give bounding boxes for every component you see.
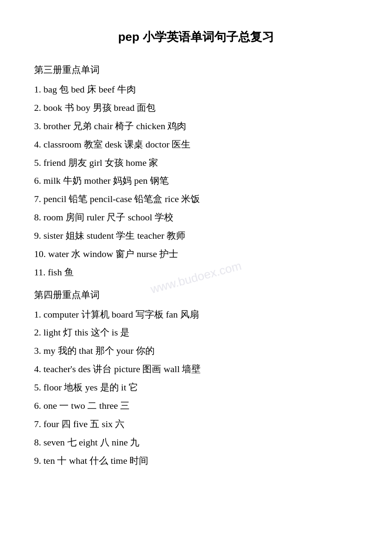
vocab-item-s2-9: 9. ten 十 what 什么 time 时间: [34, 452, 358, 470]
vocab-item-s2-3: 3. my 我的 that 那个 your 你的: [34, 342, 358, 360]
section-heading-2: 第四册重点单词: [34, 286, 358, 304]
page-title: pep 小学英语单词句子总复习: [34, 26, 358, 48]
vocab-item-s2-7: 7. four 四 five 五 six 六: [34, 415, 358, 434]
vocab-item-s1-4: 4. classroom 教室 desk 课桌 doctor 医生: [34, 136, 358, 154]
vocab-item-s1-10: 10. water 水 window 窗户 nurse 护士: [34, 245, 358, 263]
vocab-item-s2-4: 4. teacher's des 讲台 picture 图画 wall 墙壁: [34, 360, 358, 379]
vocab-item-s1-5: 5. friend 朋友 girl 女孩 home 家: [34, 154, 358, 172]
vocab-item-s1-3: 3. brother 兄弟 chair 椅子 chicken 鸡肉: [34, 117, 358, 136]
vocab-item-s2-8: 8. seven 七 eight 八 nine 九: [34, 434, 358, 452]
section-heading-1: 第三册重点单词: [34, 61, 358, 79]
vocab-item-s1-8: 8. room 房间 ruler 尺子 school 学校: [34, 208, 358, 227]
content-container: 第三册重点单词1. bag 包 bed 床 beef 牛肉2. book 书 b…: [34, 61, 358, 470]
vocab-item-s1-9: 9. sister 姐妹 student 学生 teacher 教师: [34, 227, 358, 245]
vocab-item-s1-6: 6. milk 牛奶 mother 妈妈 pen 钢笔: [34, 172, 358, 190]
vocab-item-s2-2: 2. light 灯 this 这个 is 是: [34, 324, 358, 342]
vocab-item-s2-6: 6. one 一 two 二 three 三: [34, 397, 358, 415]
vocab-item-s2-5: 5. floor 地板 yes 是的 it 它: [34, 379, 358, 397]
vocab-item-s1-11: 11. fish 鱼: [34, 263, 358, 282]
vocab-item-s1-7: 7. pencil 铅笔 pencil-case 铅笔盒 rice 米饭: [34, 190, 358, 208]
vocab-item-s1-1: 1. bag 包 bed 床 beef 牛肉: [34, 81, 358, 99]
vocab-item-s1-2: 2. book 书 boy 男孩 bread 面包: [34, 99, 358, 117]
vocab-item-s2-1: 1. computer 计算机 board 写字板 fan 风扇: [34, 306, 358, 324]
